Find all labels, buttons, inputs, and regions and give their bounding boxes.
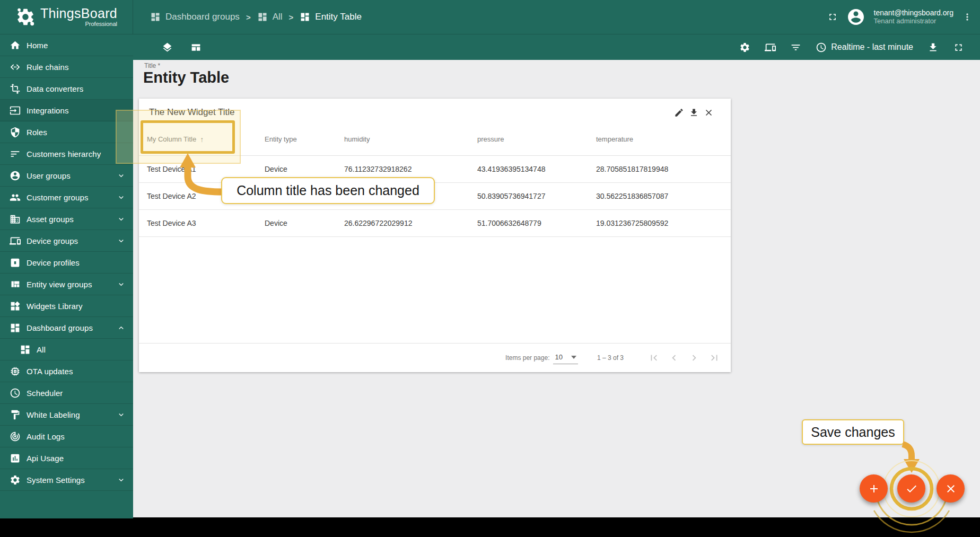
paginator-nav	[648, 352, 720, 364]
sidebar-item-label: Data converters	[27, 84, 83, 93]
sidebar-item-audit-logs[interactable]: Audit Logs	[0, 426, 133, 447]
column-header-humidity[interactable]: humidity	[344, 135, 477, 143]
toolbar-right-icons: Realtime - last minute	[739, 42, 964, 53]
sidebar-item-dashboard-groups[interactable]: Dashboard groups	[0, 317, 133, 339]
user-icon	[10, 170, 21, 181]
next-page-icon[interactable]	[688, 352, 700, 364]
timewindow-button[interactable]: Realtime - last minute	[816, 42, 913, 53]
integrations-icon	[10, 105, 21, 116]
dashboard-icon	[20, 344, 31, 355]
user-email: tenant@thingsboard.org	[874, 8, 953, 17]
sidebar-item-user-groups[interactable]: User groups	[0, 165, 133, 187]
column-header-my-column-title[interactable]: My Column Title ↑	[147, 135, 265, 144]
cell-entity-name: Test Device A3	[147, 219, 265, 227]
sidebar-item-roles[interactable]: Roles	[0, 121, 133, 143]
timewindow-label: Realtime - last minute	[831, 42, 913, 52]
cell-temperature: 19.031236725809592	[596, 219, 731, 227]
first-page-icon[interactable]	[648, 352, 660, 364]
sidebar-item-label: Customer groups	[27, 193, 89, 202]
fullscreen-icon[interactable]	[953, 42, 964, 53]
sidebar-item-label: User groups	[27, 171, 71, 180]
annotation-save-text: Save changes	[811, 425, 895, 440]
column-header-temperature[interactable]: temperature	[596, 135, 731, 143]
cell-temperature: 28.705851817819948	[596, 165, 731, 173]
download-icon[interactable]	[688, 107, 700, 119]
settings-gear-icon[interactable]	[739, 42, 750, 53]
sidebar-item-scheduler[interactable]: Scheduler	[0, 382, 133, 404]
dashboard-icon	[300, 12, 310, 22]
clock-icon	[816, 42, 827, 53]
header-right-cluster: tenant@thingsboard.org Tenant administra…	[827, 7, 980, 27]
dashboard-title-input[interactable]: Entity Table	[143, 69, 229, 86]
sidebar-item-label: Scheduler	[27, 389, 63, 398]
kebab-menu-icon[interactable]	[962, 12, 973, 22]
sidebar-item-ota-updates[interactable]: OTA updates	[0, 360, 133, 382]
sidebar: Home Rule chains Data converters Integra…	[0, 34, 133, 518]
sidebar-item-device-groups[interactable]: Device groups	[0, 230, 133, 252]
breadcrumb-all[interactable]: All	[257, 12, 283, 22]
sidebar-item-integrations[interactable]: Integrations	[0, 100, 133, 121]
sidebar-item-label: Integrations	[27, 106, 69, 115]
sidebar-item-system-settings[interactable]: System Settings	[0, 469, 133, 491]
clock-icon	[10, 388, 21, 399]
cell-pressure: 51.7006632648779	[477, 219, 596, 227]
widgets-icon	[10, 301, 21, 312]
cancel-changes-button[interactable]	[937, 474, 965, 503]
sidebar-item-all[interactable]: All	[0, 339, 133, 360]
sidebar-item-device-profiles[interactable]: Device profiles	[0, 252, 133, 274]
column-header-pressure[interactable]: pressure	[477, 135, 596, 143]
export-download-icon[interactable]	[928, 42, 939, 53]
layers-icon[interactable]	[162, 42, 173, 53]
edit-pencil-icon[interactable]	[673, 107, 685, 119]
dashboard-icon	[10, 322, 21, 333]
previous-page-icon[interactable]	[668, 352, 680, 364]
sidebar-item-white-labeling[interactable]: White Labeling	[0, 404, 133, 426]
paint-icon	[10, 409, 21, 420]
fullscreen-icon[interactable]	[827, 12, 838, 22]
sidebar-item-asset-groups[interactable]: Asset groups	[0, 208, 133, 230]
hierarchy-icon	[10, 148, 21, 160]
sidebar-item-label: All	[37, 345, 46, 354]
items-per-page-value: 10	[555, 353, 562, 361]
sidebar-item-label: White Labeling	[27, 410, 80, 419]
sidebar-item-entity-view-groups[interactable]: Entity view groups	[0, 274, 133, 295]
bar-chart-icon	[10, 453, 21, 464]
sidebar-item-data-converters[interactable]: Data converters	[0, 78, 133, 100]
last-page-icon[interactable]	[708, 352, 720, 364]
breadcrumb-dashboard-groups[interactable]: Dashboard groups	[150, 12, 240, 22]
home-icon	[10, 40, 21, 51]
rule-chains-icon	[10, 61, 21, 73]
user-role: Tenant administrator	[874, 17, 953, 25]
sidebar-item-customer-groups[interactable]: Customer groups	[0, 187, 133, 208]
brand-text: ThingsBoard Professional	[40, 7, 117, 27]
column-header-label: humidity	[344, 135, 370, 143]
entity-aliases-icon[interactable]	[765, 42, 776, 53]
thingsboard-logo[interactable]: ThingsBoard Professional	[0, 0, 133, 34]
items-per-page-select[interactable]: 10	[553, 351, 578, 364]
chevron-down-icon	[117, 236, 126, 245]
thingsboard-gear-logo-icon	[15, 7, 36, 27]
sidebar-item-rule-chains[interactable]: Rule chains	[0, 56, 133, 78]
sidebar-item-label: Asset groups	[27, 215, 74, 224]
user-info[interactable]: tenant@thingsboard.org Tenant administra…	[874, 8, 953, 25]
add-widget-button[interactable]	[860, 474, 888, 503]
avatar[interactable]	[846, 7, 865, 27]
gear-icon	[10, 474, 21, 486]
filter-icon[interactable]	[790, 42, 801, 53]
table-row[interactable]: Test Device A3 Device 26.62296722029912 …	[139, 210, 731, 237]
breadcrumb-entity-table[interactable]: Entity Table	[300, 12, 362, 22]
sidebar-item-customers-hierarchy[interactable]: Customers hierarchy	[0, 143, 133, 165]
apply-changes-button[interactable]	[897, 474, 925, 503]
sidebar-item-widgets-library[interactable]: Widgets Library	[0, 295, 133, 317]
sidebar-item-api-usage[interactable]: Api Usage	[0, 447, 133, 469]
table-header-row: My Column Title ↑ Entity type humidity p…	[139, 123, 731, 156]
column-header-label: temperature	[596, 135, 633, 143]
cell-entity-name: Test Device A1	[147, 165, 265, 173]
layout-icon[interactable]	[190, 42, 202, 53]
brand-edition: Professional	[85, 21, 117, 27]
close-icon[interactable]	[703, 107, 715, 119]
dashboard-icon	[257, 12, 268, 22]
devices-icon	[10, 235, 21, 247]
sidebar-item-home[interactable]: Home	[0, 34, 133, 56]
column-header-entity-type[interactable]: Entity type	[265, 135, 344, 143]
